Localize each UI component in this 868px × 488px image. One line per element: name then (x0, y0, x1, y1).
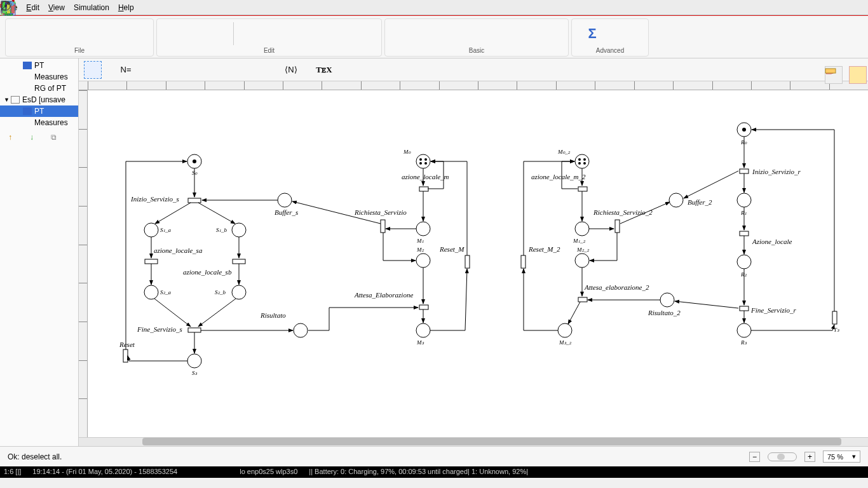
horizontal-scrollbar[interactable] (79, 437, 868, 446)
svg-point-92 (578, 162, 581, 165)
open-button[interactable] (82, 20, 112, 47)
undo-button[interactable] (162, 20, 193, 47)
statusbar: Ok: deselect all. − + 75 %▾ (0, 446, 868, 466)
svg-rect-105 (578, 297, 587, 302)
svg-text:Azione_locale: Azione_locale (752, 238, 792, 245)
tool-neq[interactable]: N= (117, 61, 135, 79)
svg-rect-45 (188, 198, 201, 203)
svg-text:Inizio_Servizio_r: Inizio_Servizio_r (752, 168, 801, 175)
zoom-slider[interactable] (768, 452, 797, 461)
svg-point-47 (144, 223, 158, 237)
tree-down-button[interactable]: ↓ (27, 132, 37, 142)
svg-rect-95 (578, 187, 587, 191)
tool-measure-button[interactable] (497, 20, 527, 47)
tool-chart-button[interactable]: + (613, 20, 643, 47)
svg-point-72 (419, 162, 422, 165)
tool-sigma-button[interactable]: Σ (577, 20, 607, 47)
svg-text:S₀: S₀ (192, 170, 198, 176)
svg-text:Reset_M_2: Reset_M_2 (528, 245, 560, 253)
diagram-canvas[interactable]: S₀ Inizio_Servizio_s S₁_a S₁_b azione_lo… (88, 90, 868, 437)
svg-text:S₂_a: S₂_a (160, 289, 172, 295)
tree-pt[interactable]: PT (0, 60, 78, 71)
svg-text:azione_locale_m: azione_locale_m (402, 173, 449, 180)
svg-text:Reset_M: Reset_M (439, 245, 465, 253)
svg-point-89 (575, 154, 589, 168)
menu-edit[interactable]: Edit (26, 3, 39, 12)
tree-rg[interactable]: RG of PT (0, 83, 78, 94)
svg-point-93 (583, 162, 586, 165)
svg-text:M₁: M₁ (416, 238, 424, 244)
svg-text:R₂: R₂ (740, 271, 747, 278)
svg-rect-75 (419, 187, 428, 191)
svg-text:azione_locale_m_2: azione_locale_m_2 (531, 173, 586, 180)
tree-copy-button[interactable]: ⧉ (48, 132, 58, 142)
menu-help[interactable]: Help (118, 3, 134, 12)
tree-up-button[interactable]: ↑ (5, 132, 15, 142)
zoom-out-button[interactable]: − (749, 452, 760, 462)
menu-simulation[interactable]: Simulation (74, 3, 109, 12)
tree-esd[interactable]: ▼EsD [unsave (0, 94, 78, 105)
svg-text:M₂_₂: M₂_₂ (576, 247, 590, 253)
new-page-button[interactable]: + (46, 20, 77, 47)
run-button[interactable] (390, 20, 421, 47)
svg-point-111 (669, 193, 683, 207)
tool-token-button[interactable] (426, 20, 456, 47)
tree-measures2[interactable]: Measures (0, 117, 78, 128)
svg-text:S₂_b: S₂_b (215, 289, 226, 295)
tool-angle[interactable]: ⟨N⟩ (282, 61, 300, 79)
svg-rect-85 (419, 305, 428, 309)
svg-rect-83 (465, 255, 470, 268)
svg-point-70 (419, 158, 422, 161)
svg-point-67 (294, 323, 308, 337)
svg-point-114 (742, 128, 746, 132)
svg-point-77 (416, 222, 430, 236)
svg-rect-103 (521, 255, 526, 268)
svg-text:S₃: S₃ (192, 370, 198, 376)
delete-button[interactable] (346, 20, 376, 47)
svg-point-126 (737, 323, 751, 337)
tool-place[interactable] (150, 61, 168, 79)
tool-tabbar: N= ⟨N⟩ TᴇX (79, 58, 868, 81)
svg-rect-79 (381, 220, 385, 233)
tree-pt2[interactable]: PT (0, 105, 78, 117)
toolbar-label-basic: Basic (469, 47, 484, 55)
tool-unfold-button[interactable] (461, 20, 492, 47)
svg-rect-128 (832, 311, 837, 324)
redo-button[interactable] (198, 20, 228, 47)
ruler-tool[interactable] (849, 66, 867, 84)
svg-text:Reset: Reset (119, 341, 135, 348)
svg-text:Buffer_s: Buffer_s (275, 208, 298, 216)
svg-point-73 (424, 162, 427, 165)
tool-inhibitor[interactable] (249, 61, 267, 79)
svg-point-41 (7, 2, 10, 4)
svg-point-69 (416, 154, 430, 168)
svg-text:Risultato: Risultato (260, 311, 286, 319)
copy-button[interactable] (275, 20, 305, 47)
zoom-in-button[interactable]: + (804, 452, 815, 462)
svg-rect-120 (740, 231, 749, 236)
svg-point-49 (232, 223, 246, 237)
tool-transition[interactable] (183, 61, 201, 79)
save-all-button[interactable] (118, 20, 148, 47)
tool-rg-button[interactable]: RG (532, 20, 563, 47)
svg-rect-99 (615, 220, 620, 233)
zoom-select[interactable]: 75 %▾ (823, 451, 860, 463)
svg-text:M₀: M₀ (403, 149, 411, 155)
paste-button[interactable] (310, 20, 341, 47)
main-toolbar: + + File Edit RG Basic Σ (0, 15, 868, 58)
svg-text:Fine_Servizio_s: Fine_Servizio_s (137, 325, 182, 333)
tool-arc[interactable] (216, 61, 234, 79)
svg-point-91 (583, 158, 586, 161)
svg-point-57 (232, 285, 246, 299)
svg-rect-53 (233, 259, 245, 264)
tree-measures[interactable]: Measures (0, 71, 78, 83)
menu-view[interactable]: View (48, 3, 65, 12)
tool-tex[interactable]: TᴇX (315, 61, 333, 79)
tool-select[interactable] (84, 61, 102, 79)
svg-rect-51 (145, 259, 158, 264)
svg-rect-130 (825, 69, 836, 73)
svg-point-109 (660, 293, 674, 307)
cut-button[interactable] (239, 20, 269, 47)
svg-point-107 (558, 323, 572, 337)
new-net-button[interactable]: + (11, 20, 41, 47)
